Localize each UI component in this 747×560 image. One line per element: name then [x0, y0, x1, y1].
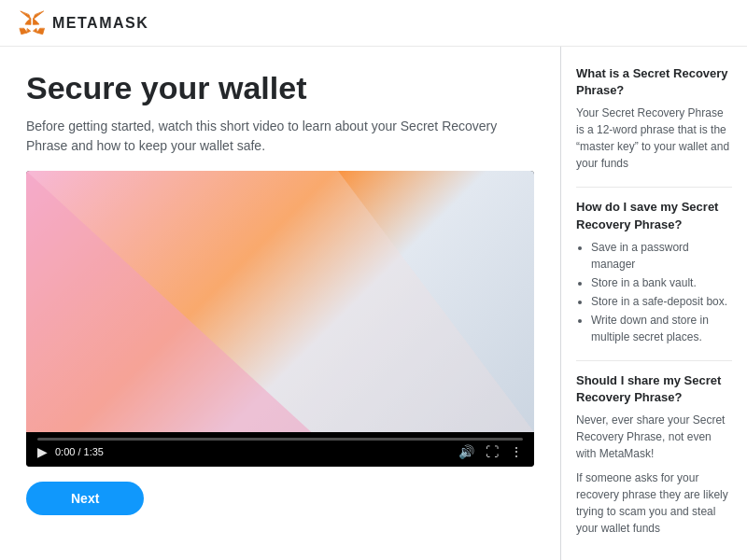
video-player[interactable]: ▶ 0:00 / 1:35 🔊 ⛶ ⋮ — [26, 171, 534, 467]
sidebar-list-how-save: Save in a password manager Store in a ba… — [576, 239, 732, 345]
logo-container: METAMASK — [19, 10, 148, 36]
logo-text: METAMASK — [52, 15, 148, 32]
video-triangle-graphic — [26, 171, 534, 432]
left-content: Secure your wallet Before getting starte… — [0, 47, 560, 560]
controls-left: ▶ 0:00 / 1:35 — [37, 444, 104, 459]
svg-marker-2 — [37, 28, 45, 34]
list-item: Store in a safe-deposit box. — [591, 293, 732, 310]
next-button[interactable]: Next — [26, 482, 144, 515]
list-item: Write down and store in multiple secret … — [591, 312, 732, 345]
controls-row: ▶ 0:00 / 1:35 🔊 ⛶ ⋮ — [37, 444, 523, 459]
svg-marker-1 — [21, 11, 31, 20]
sidebar-section-how-save: How do I save my Secret Recovery Phrase?… — [576, 199, 732, 344]
sidebar-text-what-is: Your Secret Recovery Phrase is a 12-word… — [576, 105, 732, 172]
controls-right: 🔊 ⛶ ⋮ — [458, 444, 523, 459]
fullscreen-icon[interactable]: ⛶ — [486, 444, 499, 459]
video-visual — [26, 171, 534, 432]
svg-marker-9 — [26, 171, 534, 432]
video-controls: ▶ 0:00 / 1:35 🔊 ⛶ ⋮ — [26, 432, 534, 467]
sidebar-text-should-share-1: Never, ever share your Secret Recovery P… — [576, 412, 732, 462]
volume-icon[interactable]: 🔊 — [458, 444, 474, 459]
sidebar-heading-how-save: How do I save my Secret Recovery Phrase? — [576, 199, 732, 232]
sidebar-divider-2 — [576, 360, 732, 361]
right-sidebar: What is a Secret Recovery Phrase? Your S… — [560, 47, 747, 560]
main-layout: Secure your wallet Before getting starte… — [0, 47, 747, 560]
play-button[interactable]: ▶ — [37, 444, 48, 459]
sidebar-heading-what-is: What is a Secret Recovery Phrase? — [576, 65, 732, 99]
svg-marker-5 — [33, 18, 38, 24]
page-title: Secure your wallet — [26, 69, 534, 107]
svg-marker-4 — [25, 18, 31, 24]
sidebar-section-should-share: Should I share my Secret Recovery Phrase… — [576, 372, 732, 537]
svg-marker-0 — [33, 11, 43, 20]
svg-marker-7 — [34, 28, 37, 32]
metamask-logo-icon — [19, 10, 45, 36]
more-options-icon[interactable]: ⋮ — [510, 444, 523, 459]
sidebar-heading-should-share: Should I share my Secret Recovery Phrase… — [576, 372, 732, 406]
progress-bar[interactable] — [37, 438, 523, 441]
sidebar-section-what-is: What is a Secret Recovery Phrase? Your S… — [576, 65, 732, 172]
time-display: 0:00 / 1:35 — [55, 446, 104, 457]
sidebar-text-should-share-2: If someone asks for your recovery phrase… — [576, 469, 732, 537]
svg-marker-6 — [27, 28, 31, 32]
sidebar-divider-1 — [576, 187, 732, 188]
header: METAMASK — [0, 0, 747, 47]
list-item: Save in a password manager — [591, 239, 732, 273]
page-subtitle: Before getting started, watch this short… — [26, 117, 512, 156]
list-item: Store in a bank vault. — [591, 274, 732, 291]
svg-marker-3 — [20, 28, 27, 34]
